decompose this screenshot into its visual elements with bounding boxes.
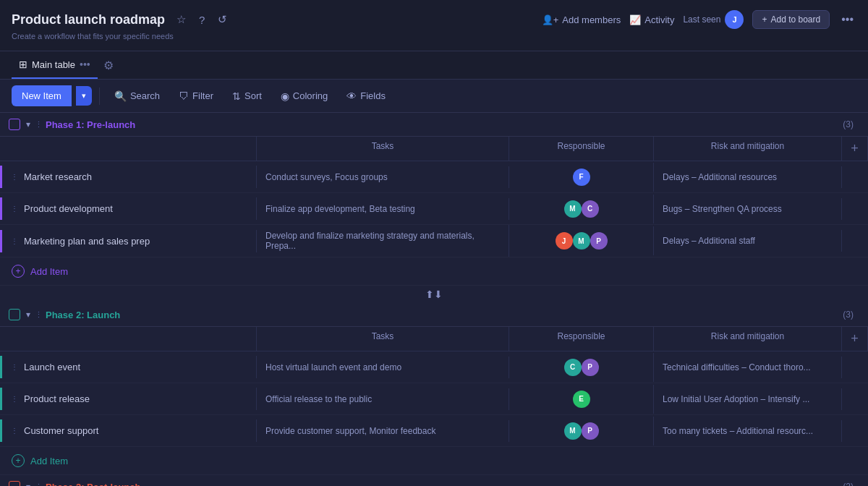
col-header-name xyxy=(0,327,257,351)
group-checkbox-post-launch[interactable] xyxy=(9,481,20,486)
row-name-cell: ⋮ Product release xyxy=(0,388,257,410)
group-chevron-post-launch[interactable]: ▾ xyxy=(26,482,30,486)
coloring-icon: ◉ xyxy=(281,90,289,102)
group-name-launch: Phase 2: Launch xyxy=(46,310,838,320)
group-drag-launch[interactable]: ⋮ xyxy=(35,310,43,320)
row-name-label: Launch event xyxy=(24,362,80,372)
row-name-label: Customer support xyxy=(24,425,98,436)
col-header-responsible: Responsible xyxy=(509,137,654,161)
avatar-M: M xyxy=(564,200,582,218)
toolbar: New Item ▾ 🔍 Search ⛉ Filter ⇅ Sort ◉ Co… xyxy=(0,80,868,113)
row-tasks-cell: Finalize app development, Beta testing xyxy=(257,198,509,220)
new-item-dropdown-button[interactable]: ▾ xyxy=(76,86,92,106)
row-drag-handle[interactable]: ⋮ xyxy=(11,363,18,371)
table-row: ⋮ Product development Finalize app devel… xyxy=(0,193,868,225)
settings-icon[interactable]: ⚙ xyxy=(103,59,114,72)
fields-button[interactable]: 👁 Fields xyxy=(339,86,393,106)
coloring-button[interactable]: ◉ Coloring xyxy=(273,86,335,106)
avatar-P: P xyxy=(590,232,608,250)
group-checkbox-pre-launch[interactable] xyxy=(9,119,20,130)
tab-menu-dots[interactable]: ••• xyxy=(80,59,90,70)
add-column-button[interactable]: + xyxy=(842,137,868,161)
group-checkbox-launch[interactable] xyxy=(9,309,20,320)
group-name-post-launch: Phase 3: Post-launch xyxy=(46,482,838,487)
tab-main-table[interactable]: ⊞ Main table ••• xyxy=(12,51,98,79)
row-responsible-cell: MP xyxy=(509,417,654,446)
add-item-row-launch[interactable]: + Add Item xyxy=(0,447,868,475)
row-drag-handle[interactable]: ⋮ xyxy=(11,395,18,403)
row-drag-handle[interactable]: ⋮ xyxy=(11,205,18,213)
star-button[interactable]: ☆ xyxy=(174,10,189,29)
history-button[interactable]: ↺ xyxy=(215,10,230,29)
table-row: ⋮ Product release Official release to th… xyxy=(0,383,868,415)
avatar-M: M xyxy=(564,422,582,440)
add-item-label: Add Item xyxy=(30,456,68,466)
avatar-J: J xyxy=(556,232,573,250)
row-risk-cell: Too many tickets – Additional resourc... xyxy=(654,420,842,442)
row-drag-handle[interactable]: ⋮ xyxy=(11,237,18,245)
filter-button[interactable]: ⛉ Filter xyxy=(171,86,221,106)
more-options-button[interactable]: ••• xyxy=(838,10,856,29)
group-header-pre-launch: ▾ ⋮ Phase 1: Pre-launch (3) xyxy=(0,113,868,137)
row-tasks-cell: Official release to the public xyxy=(257,388,509,410)
app-header: Product launch roadmap ☆ ? ↺ 👤+ Add memb… xyxy=(0,0,868,51)
row-drag-handle[interactable]: ⋮ xyxy=(11,173,18,181)
row-name-label: Product development xyxy=(24,203,113,214)
col-header-name xyxy=(0,137,257,161)
avatar-C: C xyxy=(564,359,582,376)
group-count-pre-launch: (3) xyxy=(843,119,854,129)
row-name-label: Marketing plan and sales prep xyxy=(24,236,150,247)
group-drag-post-launch[interactable]: ⋮ xyxy=(35,482,43,487)
row-risk-cell: Technical difficulties – Conduct thoro..… xyxy=(654,357,842,378)
add-item-row-pre-launch[interactable]: + Add Item xyxy=(0,257,868,286)
sort-button[interactable]: ⇅ Sort xyxy=(225,86,269,106)
plus-icon: + xyxy=(762,14,767,25)
help-button[interactable]: ? xyxy=(196,11,208,29)
row-responsible-cell: F xyxy=(509,163,654,192)
row-responsible-cell: JMP xyxy=(509,226,654,255)
group-name-pre-launch: Phase 1: Pre-launch xyxy=(46,119,838,130)
row-name-cell: ⋮ Customer support xyxy=(0,419,257,442)
row-name-cell: ⋮ Product development xyxy=(0,197,257,220)
add-members-icon: 👤+ xyxy=(542,14,559,25)
avatar-M: M xyxy=(573,232,590,250)
row-name-label: Product release xyxy=(24,393,90,404)
row-responsible-cell: E xyxy=(509,385,654,414)
group-chevron-pre-launch[interactable]: ▾ xyxy=(26,119,30,129)
group-chevron-launch[interactable]: ▾ xyxy=(26,310,30,320)
add-item-icon: + xyxy=(12,454,25,467)
fields-icon: 👁 xyxy=(346,90,357,102)
group-drag-pre-launch[interactable]: ⋮ xyxy=(35,120,43,129)
table-row: ⋮ Customer support Provide customer supp… xyxy=(0,415,868,447)
table-row: ⋮ Marketing plan and sales prep Develop … xyxy=(0,225,868,257)
search-button[interactable]: 🔍 Search xyxy=(107,86,167,106)
row-risk-cell: Low Initial User Adoption – Intensify ..… xyxy=(654,388,842,410)
row-drag-handle[interactable]: ⋮ xyxy=(11,427,18,435)
row-risk-cell: Delays – Additional resources xyxy=(654,166,842,188)
col-header-responsible: Responsible xyxy=(509,327,654,351)
col-headers-launch: Tasks Responsible Risk and mitigation + xyxy=(0,327,868,351)
activity-button[interactable]: 📈 Activity xyxy=(629,14,674,25)
avatar-P: P xyxy=(582,359,599,376)
add-column-button[interactable]: + xyxy=(842,327,868,351)
add-members-button[interactable]: 👤+ Add members xyxy=(542,14,621,25)
row-tasks-cell: Host virtual launch event and demo xyxy=(257,357,509,378)
group-count-launch: (3) xyxy=(843,310,854,320)
last-seen-section: Last seen J xyxy=(683,10,744,29)
group-header-post-launch: ▾ ⋮ Phase 3: Post-launch (2) xyxy=(0,475,868,486)
scroll-up-down-icon: ⬆⬇ xyxy=(425,289,443,300)
group-count-post-launch: (2) xyxy=(843,482,854,486)
row-name-cell: ⋮ Marketing plan and sales prep xyxy=(0,230,257,252)
activity-icon: 📈 xyxy=(629,14,641,25)
add-to-board-button[interactable]: + Add to board xyxy=(752,10,830,29)
avatar-E: E xyxy=(573,391,590,408)
avatar-F: F xyxy=(573,169,590,186)
row-name-cell: ⋮ Launch event xyxy=(0,356,257,378)
table-row: ⋮ Market research Conduct surveys, Focus… xyxy=(0,161,868,193)
sort-icon: ⇅ xyxy=(232,90,241,102)
tab-bar: ⊞ Main table ••• ⚙ xyxy=(0,51,868,80)
new-item-button[interactable]: New Item xyxy=(12,85,72,106)
add-item-label: Add Item xyxy=(30,266,68,277)
main-content: ▾ ⋮ Phase 1: Pre-launch (3) Tasks Respon… xyxy=(0,113,868,486)
search-icon: 🔍 xyxy=(114,90,127,102)
